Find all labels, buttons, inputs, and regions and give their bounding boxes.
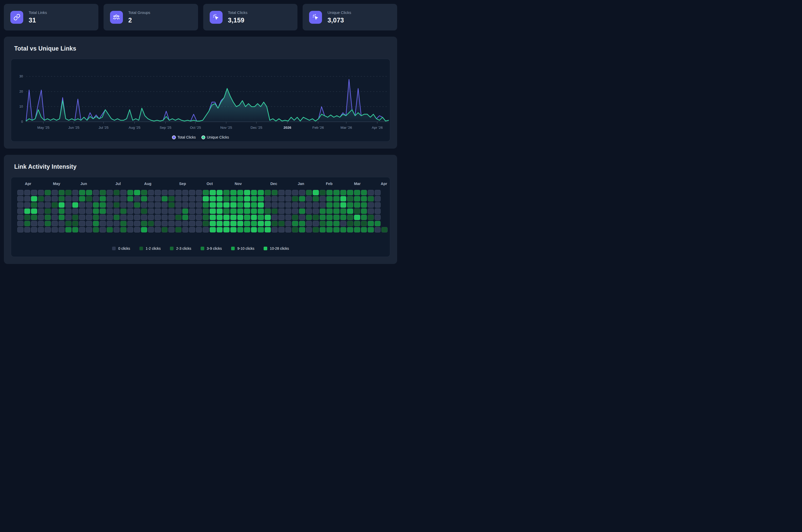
- heatmap-cell-level-0[interactable]: [368, 190, 374, 195]
- heatmap-cell-level-3[interactable]: [354, 196, 360, 202]
- heatmap-cell-level-0[interactable]: [155, 221, 161, 226]
- heatmap-cell-level-2[interactable]: [306, 190, 312, 195]
- heatmap-cell-level-0[interactable]: [127, 227, 133, 232]
- heatmap-cell-level-1[interactable]: [52, 202, 58, 208]
- heatmap-cell-level-2[interactable]: [265, 208, 271, 214]
- heatmap-cell-level-2[interactable]: [134, 202, 140, 208]
- heatmap-cell-level-0[interactable]: [278, 190, 285, 195]
- line-chart[interactable]: 0102030May '25Jun '25Jul '25Aug '25Sep '…: [11, 59, 390, 141]
- heatmap-cell-level-2[interactable]: [265, 190, 271, 195]
- heatmap-cell-level-0[interactable]: [272, 202, 278, 208]
- heatmap-cell-level-5[interactable]: [230, 221, 237, 226]
- heatmap-cell-level-0[interactable]: [306, 202, 312, 208]
- heatmap-cell-level-2[interactable]: [203, 215, 209, 220]
- heatmap-cell-level-0[interactable]: [313, 221, 319, 226]
- heatmap-cell-level-5[interactable]: [313, 190, 319, 195]
- heatmap-cell-level-2[interactable]: [24, 221, 31, 226]
- heatmap-cell-level-0[interactable]: [189, 208, 195, 214]
- heatmap-cell-level-0[interactable]: [59, 221, 65, 226]
- heatmap-cell-level-3[interactable]: [368, 221, 374, 226]
- heatmap-cell-level-4[interactable]: [347, 208, 353, 214]
- heatmap-cell-level-0[interactable]: [278, 208, 285, 214]
- heatmap-cell-level-0[interactable]: [31, 190, 37, 195]
- heatmap-cell-level-5[interactable]: [209, 202, 216, 208]
- heatmap-cell-level-0[interactable]: [120, 202, 127, 208]
- heatmap-cell-level-1[interactable]: [162, 227, 168, 232]
- heatmap-cell-level-0[interactable]: [175, 221, 182, 226]
- heatmap-cell-level-3[interactable]: [299, 227, 305, 232]
- heatmap-cell-level-5[interactable]: [59, 202, 65, 208]
- heatmap-cell-level-0[interactable]: [134, 208, 140, 214]
- heatmap-cell-level-1[interactable]: [272, 208, 278, 214]
- heatmap-cell-level-5[interactable]: [217, 190, 223, 195]
- heatmap-cell-level-5[interactable]: [223, 215, 230, 220]
- legend-item-total-clicks[interactable]: Total Clicks: [172, 135, 196, 139]
- heatmap-cell-level-4[interactable]: [244, 208, 250, 214]
- heatmap-cell-level-0[interactable]: [65, 202, 72, 208]
- heatmap-cell-level-0[interactable]: [114, 221, 120, 226]
- heatmap-cell-level-3[interactable]: [326, 208, 332, 214]
- heatmap-cell-level-4[interactable]: [237, 202, 243, 208]
- heatmap-cell-level-5[interactable]: [237, 215, 243, 220]
- heatmap-cell-level-5[interactable]: [31, 208, 37, 214]
- heatmap-cell-level-3[interactable]: [368, 227, 374, 232]
- heatmap-cell-level-0[interactable]: [320, 202, 326, 208]
- heatmap-cell-level-0[interactable]: [107, 221, 113, 226]
- heatmap-cell-level-0[interactable]: [127, 221, 133, 226]
- heatmap-cell-level-3[interactable]: [333, 202, 340, 208]
- heatmap-cell-level-0[interactable]: [272, 196, 278, 202]
- heatmap-cell-level-5[interactable]: [340, 202, 347, 208]
- heatmap-cell-level-1[interactable]: [65, 221, 72, 226]
- heatmap-cell-level-0[interactable]: [278, 202, 285, 208]
- heatmap-cell-level-0[interactable]: [375, 202, 381, 208]
- heatmap-cell-level-0[interactable]: [285, 215, 292, 220]
- heatmap-cell-level-0[interactable]: [86, 215, 92, 220]
- heatmap-cell-level-3[interactable]: [333, 215, 340, 220]
- heatmap-cell-level-5[interactable]: [217, 227, 223, 232]
- heatmap-cell-level-3[interactable]: [65, 227, 72, 232]
- heatmap-cell-level-0[interactable]: [31, 221, 37, 226]
- heatmap-cell-level-0[interactable]: [196, 190, 202, 195]
- heatmap-cell-level-3[interactable]: [320, 208, 326, 214]
- heatmap-cell-level-1[interactable]: [292, 227, 298, 232]
- heatmap-cell-level-0[interactable]: [278, 196, 285, 202]
- heatmap-cell-level-2[interactable]: [347, 196, 353, 202]
- heatmap-cell-level-5[interactable]: [217, 221, 223, 226]
- heatmap-cell-level-3[interactable]: [100, 208, 106, 214]
- heatmap-cell-level-0[interactable]: [155, 215, 161, 220]
- heatmap-cell-level-5[interactable]: [209, 215, 216, 220]
- heatmap-cell-level-3[interactable]: [354, 227, 360, 232]
- heatmap-cell-level-4[interactable]: [141, 227, 147, 232]
- heatmap-cell-level-1[interactable]: [292, 196, 298, 202]
- heatmap-cell-level-0[interactable]: [182, 202, 188, 208]
- heatmap-cell-level-2[interactable]: [45, 215, 51, 220]
- heatmap-cell-level-0[interactable]: [306, 227, 312, 232]
- heatmap-cell-level-3[interactable]: [59, 208, 65, 214]
- heatmap-cell-level-0[interactable]: [79, 215, 85, 220]
- heatmap-cell-level-0[interactable]: [155, 208, 161, 214]
- heatmap-cell-level-5[interactable]: [230, 215, 237, 220]
- heatmap-cell-level-1[interactable]: [203, 221, 209, 226]
- heatmap-cell-level-0[interactable]: [375, 208, 381, 214]
- heatmap-cell-level-4[interactable]: [237, 208, 243, 214]
- heatmap-cell-level-3[interactable]: [93, 208, 99, 214]
- heatmap-cell-level-0[interactable]: [45, 227, 51, 232]
- heatmap-cell-level-0[interactable]: [86, 221, 92, 226]
- heatmap-cell-level-0[interactable]: [134, 215, 140, 220]
- heatmap-cell-level-0[interactable]: [127, 202, 133, 208]
- heatmap-cell-level-0[interactable]: [189, 190, 195, 195]
- heatmap-cell-level-5[interactable]: [265, 221, 271, 226]
- heatmap-cell-level-3[interactable]: [354, 190, 360, 195]
- heatmap-cell-level-0[interactable]: [17, 215, 23, 220]
- heatmap-cell-level-0[interactable]: [155, 227, 161, 232]
- heatmap-cell-level-0[interactable]: [107, 202, 113, 208]
- heatmap-cell-level-0[interactable]: [72, 208, 78, 214]
- heatmap-cell-level-3[interactable]: [347, 190, 353, 195]
- heatmap-cell-level-0[interactable]: [313, 202, 319, 208]
- heatmap-cell-level-3[interactable]: [203, 202, 209, 208]
- heatmap-cell-level-0[interactable]: [107, 196, 113, 202]
- heatmap-cell-level-3[interactable]: [326, 190, 332, 195]
- heatmap-cell-level-0[interactable]: [107, 215, 113, 220]
- heatmap-cell-level-4[interactable]: [244, 227, 250, 232]
- heatmap-cell-level-0[interactable]: [285, 202, 292, 208]
